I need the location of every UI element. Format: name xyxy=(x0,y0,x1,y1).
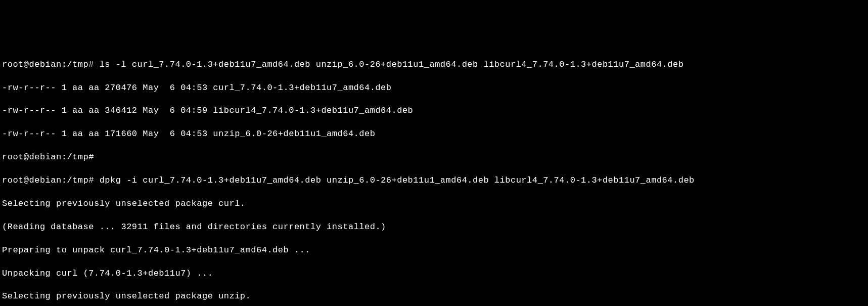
terminal-line: root@debian:/tmp# dpkg -i curl_7.74.0-1.… xyxy=(2,175,866,187)
terminal-output[interactable]: root@debian:/tmp# ls -l curl_7.74.0-1.3+… xyxy=(2,48,866,306)
terminal-line: Selecting previously unselected package … xyxy=(2,291,866,302)
terminal-line: -rw-r--r-- 1 aa aa 171660 May 6 04:53 un… xyxy=(2,128,866,140)
terminal-line: -rw-r--r-- 1 aa aa 346412 May 6 04:59 li… xyxy=(2,105,866,117)
terminal-line: Selecting previously unselected package … xyxy=(2,198,866,210)
terminal-line: (Reading database ... 32911 files and di… xyxy=(2,222,866,233)
terminal-line: Preparing to unpack curl_7.74.0-1.3+deb1… xyxy=(2,245,866,256)
terminal-line: -rw-r--r-- 1 aa aa 270476 May 6 04:53 cu… xyxy=(2,82,866,94)
terminal-line: root@debian:/tmp# xyxy=(2,152,866,163)
terminal-line: Unpacking curl (7.74.0-1.3+deb11u7) ... xyxy=(2,268,866,280)
terminal-line: root@debian:/tmp# ls -l curl_7.74.0-1.3+… xyxy=(2,59,866,71)
